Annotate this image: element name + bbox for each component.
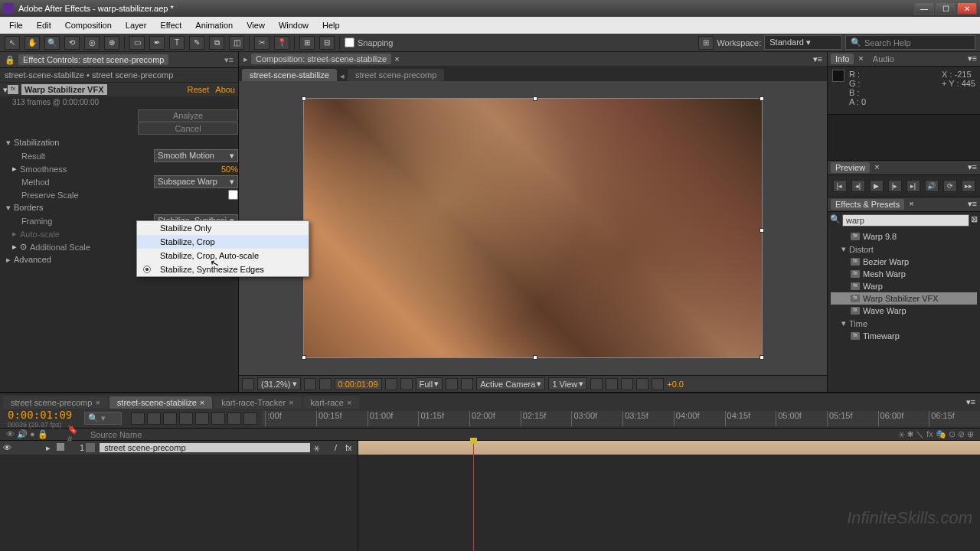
timeline-icon[interactable] — [621, 378, 633, 390]
about-link[interactable]: Abou — [215, 85, 235, 94]
lock-icon[interactable]: 🔒 — [5, 55, 15, 65]
resolution-icon[interactable] — [304, 378, 316, 390]
pixel-aspect-icon[interactable] — [590, 378, 603, 390]
timeline-tab[interactable]: street-scene-stabilize× — [109, 396, 212, 409]
current-time[interactable]: 0:00:01:09 — [0, 409, 80, 421]
minimize-button[interactable]: — — [914, 2, 934, 15]
graph-editor-icon[interactable] — [227, 412, 241, 425]
world-axis-icon[interactable]: ⊟ — [319, 36, 335, 50]
pan-behind-tool-icon[interactable]: ⊕ — [104, 36, 119, 50]
search-help-input[interactable]: 🔍 Search Help — [845, 35, 975, 50]
menu-window[interactable]: Window — [273, 19, 315, 31]
cancel-button[interactable]: Cancel — [138, 122, 238, 135]
preserve-scale-checkbox[interactable] — [228, 190, 238, 200]
info-tab[interactable]: Info — [831, 54, 854, 64]
panel-options-icon[interactable]: ▾≡ — [968, 54, 977, 64]
tree-effect-item[interactable]: fx Warp Stabilizer VFX — [831, 292, 977, 305]
source-name-col[interactable]: Source Name — [87, 430, 145, 439]
timecode-display[interactable]: 0:00:01:09 — [335, 378, 382, 390]
twirl-icon[interactable]: ▸ — [46, 443, 55, 452]
close-tab-icon[interactable]: × — [394, 54, 399, 64]
comp-breadcrumb-1[interactable]: street-scene-stabilize — [242, 69, 337, 81]
effects-presets-tab[interactable]: Effects & Presets — [831, 199, 904, 210]
fast-previews-icon[interactable] — [606, 378, 618, 390]
menu-layer[interactable]: Layer — [119, 19, 153, 31]
pen-tool-icon[interactable]: ✒ — [149, 36, 165, 50]
close-icon[interactable]: × — [874, 162, 879, 173]
method-select[interactable]: Subspace Warp▾ — [154, 175, 238, 188]
hand-tool-icon[interactable]: ✋ — [24, 36, 40, 50]
brainstorm-icon[interactable] — [211, 412, 225, 425]
audio-icon[interactable]: 🔊 — [925, 180, 939, 192]
auto-keyframe-icon[interactable] — [243, 412, 257, 425]
roi-icon[interactable] — [446, 378, 458, 390]
grid-icon[interactable] — [242, 378, 254, 390]
tree-effect-item[interactable]: fx Timewarp — [831, 330, 977, 342]
menu-edit[interactable]: Edit — [31, 19, 57, 31]
twirl-icon[interactable]: ▸ — [12, 164, 17, 174]
twirl-icon[interactable]: ▾ — [6, 203, 14, 213]
panel-options-icon[interactable]: ▾≡ — [968, 199, 977, 210]
view-select[interactable]: 1 View ▾ — [548, 377, 587, 390]
smoothness-value[interactable]: 50% — [221, 165, 238, 174]
zoom-select[interactable]: (31.2%) ▾ — [257, 377, 301, 390]
close-button[interactable]: ✕ — [957, 2, 977, 15]
transparency-icon[interactable] — [461, 378, 473, 390]
tree-effect-item[interactable]: fx Wave Warp — [831, 305, 977, 317]
reset-exposure-icon[interactable] — [652, 378, 664, 390]
analyze-button[interactable]: Analyze — [138, 109, 238, 122]
fx-toggle-icon[interactable]: fx — [8, 85, 18, 94]
ram-preview-icon[interactable]: ▸▸ — [962, 180, 975, 192]
twirl-icon[interactable]: ▸ — [12, 229, 17, 239]
play-icon[interactable]: ▶ — [870, 180, 884, 192]
dropdown-item[interactable]: Stabilize, Crop — [137, 235, 309, 249]
close-icon[interactable]: × — [289, 398, 293, 407]
rectangle-tool-icon[interactable]: ▭ — [129, 36, 145, 50]
close-icon[interactable]: × — [858, 54, 863, 64]
motion-blur-icon[interactable] — [195, 412, 209, 425]
workspace-icon[interactable]: ⊞ — [698, 36, 714, 50]
flowchart-icon[interactable] — [636, 378, 648, 390]
brush-tool-icon[interactable]: ✎ — [189, 36, 204, 50]
effect-name[interactable]: Warp Stabilizer VFX — [21, 84, 107, 95]
layer-track[interactable] — [358, 441, 980, 455]
visibility-icon[interactable]: 👁 — [3, 443, 12, 452]
dropdown-item[interactable]: Stabilize Only — [137, 221, 309, 235]
timeline-tab[interactable]: kart-race-Tracker× — [214, 396, 301, 409]
next-frame-icon[interactable]: |▸ — [888, 180, 902, 192]
zoom-tool-icon[interactable]: 🔍 — [44, 36, 60, 50]
tree-category[interactable]: ▾ Time — [831, 317, 977, 330]
camera-tool-icon[interactable]: ◎ — [84, 36, 100, 50]
loop-icon[interactable]: ⟳ — [943, 180, 957, 192]
result-select[interactable]: Smooth Motion▾ — [154, 149, 238, 162]
maximize-button[interactable]: ☐ — [936, 2, 956, 15]
time-ruler[interactable]: :00f00:15f01:00f01:15f02:00f02:15f03:00f… — [262, 411, 980, 426]
effects-search-input[interactable] — [842, 214, 969, 227]
twirl-icon[interactable]: ▸ — [12, 242, 17, 252]
layer-color-icon[interactable] — [57, 443, 64, 451]
panel-options-icon[interactable]: ▾≡ — [965, 396, 977, 409]
timeline-track-area[interactable] — [358, 441, 980, 551]
composition-viewer[interactable] — [239, 81, 827, 375]
text-tool-icon[interactable]: T — [169, 36, 185, 50]
effect-controls-tab[interactable]: Effect Controls: street scene-precomp — [18, 54, 168, 65]
dropdown-item[interactable]: Stabilize, Crop, Auto-scale — [137, 249, 309, 262]
menu-effect[interactable]: Effect — [154, 19, 188, 31]
layer-row[interactable]: 👁▸ 1 street scene-precomp ⚹/fx — [0, 441, 358, 455]
reset-link[interactable]: Reset — [188, 85, 210, 94]
menu-view[interactable]: View — [240, 19, 271, 31]
comp-mini-flowchart-icon[interactable] — [131, 412, 145, 425]
puppet-tool-icon[interactable]: 📍 — [274, 36, 289, 50]
rotation-tool-icon[interactable]: ⟲ — [64, 36, 80, 50]
safe-zones-icon[interactable] — [319, 378, 332, 390]
tree-category[interactable]: ▾ Distort — [831, 243, 977, 256]
frame-blend-icon[interactable] — [179, 412, 193, 425]
selection-tool-icon[interactable]: ↖ — [5, 36, 20, 50]
menu-composition[interactable]: Composition — [59, 19, 118, 31]
menu-help[interactable]: Help — [316, 19, 346, 31]
eraser-tool-icon[interactable]: ◫ — [229, 36, 244, 50]
tree-effect-item[interactable]: fx Warp — [831, 280, 977, 292]
close-icon[interactable]: × — [909, 199, 913, 210]
preview-tab[interactable]: Preview — [831, 162, 870, 173]
panel-menu-icon[interactable]: ▸ — [243, 54, 248, 64]
